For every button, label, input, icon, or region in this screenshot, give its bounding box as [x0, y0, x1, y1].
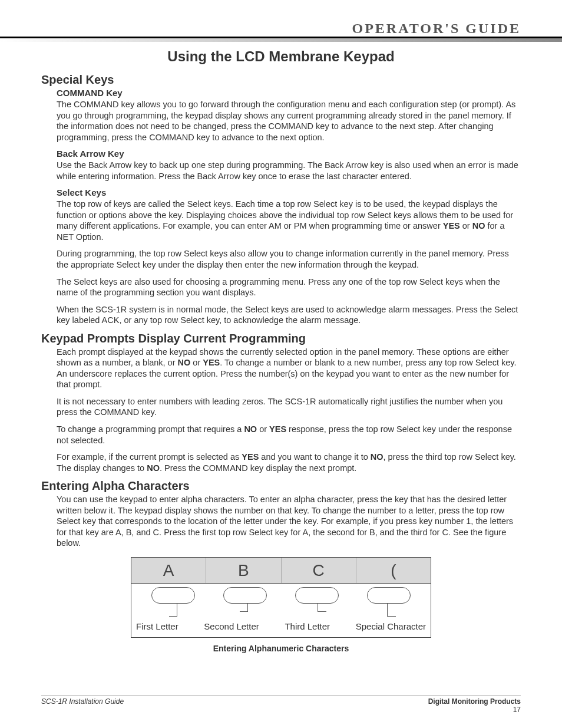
- text-run: and you want to change it to: [259, 452, 370, 462]
- bold-text: NO: [472, 221, 485, 230]
- subheading-select-keys: Select Keys: [57, 187, 521, 197]
- footer-left: SCS-1R Installation Guide: [41, 697, 124, 706]
- bold-text: YES: [443, 221, 460, 230]
- paragraph: For example, if the current prompt is se…: [57, 452, 521, 473]
- bold-text: NO: [244, 424, 257, 434]
- header-guide: OPERATOR'S GUIDE: [41, 21, 521, 37]
- figure-caption: Entering Alphanumeric Characters: [131, 644, 431, 653]
- bold-text: YES: [269, 424, 286, 434]
- figure-label: Special Character: [356, 621, 426, 631]
- footer-right: Digital Monitoring Products: [428, 697, 521, 706]
- lcd-cell: C: [282, 558, 356, 583]
- text-run: . Press the COMMAND key display the next…: [160, 463, 356, 473]
- bold-text: NO: [178, 358, 191, 367]
- bold-text: NO: [371, 452, 384, 462]
- figure-lcd-row: A B C (: [131, 558, 431, 584]
- paragraph: Each prompt displayed at the keypad show…: [57, 347, 521, 390]
- page-footer: SCS-1R Installation Guide Digital Monito…: [41, 696, 521, 714]
- paragraph: The Select keys are also used for choosi…: [57, 276, 521, 298]
- page-number: 17: [41, 706, 521, 714]
- text-run: For example, if the current prompt is se…: [57, 452, 242, 462]
- figure-label: Second Letter: [204, 621, 259, 631]
- figure-key-row: [131, 584, 431, 604]
- keycap-icon: [151, 587, 195, 604]
- text-run: or: [190, 358, 203, 367]
- lcd-cell: (: [356, 558, 431, 583]
- figure-alpha-keypad: A B C ( First Letter Second Letter Thi: [131, 557, 431, 653]
- figure-label: First Letter: [136, 621, 178, 631]
- paragraph: Use the Back Arrow key to back up one st…: [57, 160, 521, 182]
- keycap-icon: [367, 587, 411, 604]
- subheading-command-key: COMMAND Key: [57, 88, 521, 98]
- keycap-icon: [295, 587, 339, 604]
- paragraph: You can use the keypad to enter alpha ch…: [57, 494, 521, 549]
- header-rule: [41, 37, 521, 42]
- figure-connector-lines: [131, 604, 431, 621]
- paragraph: When the SCS-1R system is in normal mode…: [57, 304, 521, 326]
- section-special-keys: Special Keys: [41, 73, 521, 87]
- page-title: Using the LCD Membrane Keypad: [41, 48, 521, 65]
- subheading-back-arrow-key: Back Arrow Key: [57, 149, 521, 159]
- bold-text: NO: [147, 463, 160, 473]
- paragraph: During programming, the top row Select k…: [57, 248, 521, 270]
- figure-label: Third Letter: [285, 621, 330, 631]
- paragraph: The top row of keys are called the Selec…: [57, 199, 521, 242]
- text-run: To change a programming prompt that requ…: [57, 424, 244, 434]
- lcd-cell: B: [206, 558, 281, 583]
- section-entering-alpha: Entering Alpha Characters: [41, 479, 521, 493]
- section-keypad-prompts: Keypad Prompts Display Current Programmi…: [41, 332, 521, 345]
- keycap-icon: [223, 587, 267, 604]
- text-run: or: [460, 221, 472, 230]
- bold-text: YES: [203, 358, 220, 367]
- paragraph: To change a programming prompt that requ…: [57, 424, 521, 446]
- text-run: or: [257, 424, 269, 434]
- figure-label-row: First Letter Second Letter Third Letter …: [131, 621, 431, 637]
- paragraph: It is not necessary to enter numbers wit…: [57, 396, 521, 418]
- lcd-cell: A: [131, 558, 206, 583]
- bold-text: YES: [242, 452, 259, 462]
- paragraph: The COMMAND key allows you to go forward…: [57, 99, 521, 143]
